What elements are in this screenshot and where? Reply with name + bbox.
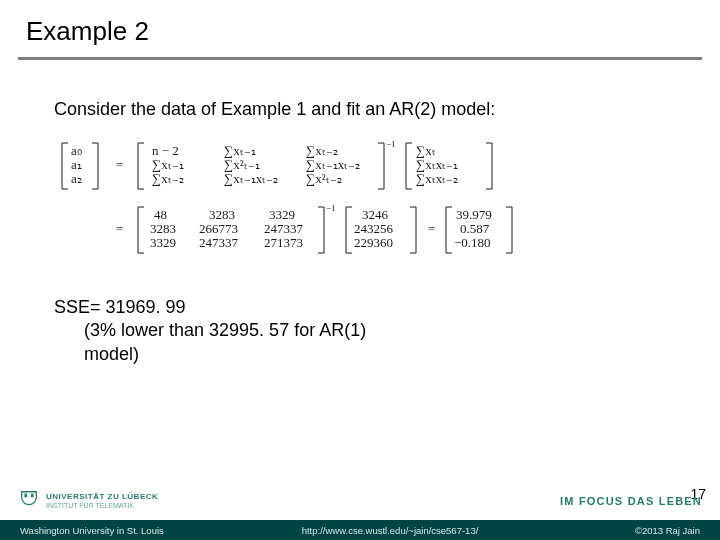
footer-center: http://www.cse.wustl.edu/~jain/cse567-13… xyxy=(200,525,580,536)
svg-text:3283: 3283 xyxy=(209,207,235,222)
title-area: Example 2 xyxy=(0,0,720,51)
footer-link[interactable]: http://www.cse.wustl.edu/~jain/cse567-13… xyxy=(302,525,479,536)
slide: Example 2 Consider the data of Example 1… xyxy=(0,0,720,540)
logo-row: UNIVERSITÄT ZU LÜBECK INSTITUT FÜR TELEM… xyxy=(0,486,720,516)
svg-text:−1: −1 xyxy=(386,139,396,149)
slide-body: Consider the data of Example 1 and fit a… xyxy=(0,60,720,540)
sse-sub-line1: (3% lower than 32995. 57 for AR(1) xyxy=(54,319,666,342)
svg-text:−1: −1 xyxy=(326,203,336,213)
eq-a0: a₀ xyxy=(71,143,82,158)
svg-text:∑xₜ₋₂: ∑xₜ₋₂ xyxy=(306,143,338,158)
svg-text:0.587: 0.587 xyxy=(460,221,490,236)
svg-text:∑xₜxₜ₋₂: ∑xₜxₜ₋₂ xyxy=(416,171,458,186)
svg-text:266773: 266773 xyxy=(199,221,238,236)
footer-bar: Washington University in St. Louis http:… xyxy=(0,520,720,540)
eq-a2: a₂ xyxy=(71,171,82,186)
svg-text:39.979: 39.979 xyxy=(456,207,492,222)
equation-svg: a₀ a₁ a₂ = n − 2 ∑xₜ₋₁ ∑xₜ₋₂ ∑xₜ₋₁ ∑x²ₜ₋… xyxy=(54,139,614,269)
slide-title: Example 2 xyxy=(26,16,694,47)
svg-rect-29 xyxy=(24,493,27,497)
sse-sub-line2: model) xyxy=(54,343,666,366)
svg-rect-30 xyxy=(31,493,34,497)
focus-tagline: IM FOCUS DAS LEBEN xyxy=(560,495,702,507)
intro-text: Consider the data of Example 1 and fit a… xyxy=(54,98,666,121)
svg-text:∑xₜ₋₁: ∑xₜ₋₁ xyxy=(152,157,184,172)
svg-text:243256: 243256 xyxy=(354,221,394,236)
eq-equals1: = xyxy=(116,157,123,172)
lubeck-logo: UNIVERSITÄT ZU LÜBECK INSTITUT FÜR TELEM… xyxy=(18,489,158,513)
svg-text:∑xₜ₋₁xₜ₋₂: ∑xₜ₋₁xₜ₋₂ xyxy=(306,157,360,172)
svg-text:∑x²ₜ₋₁: ∑x²ₜ₋₁ xyxy=(224,157,260,172)
svg-text:3246: 3246 xyxy=(362,207,389,222)
svg-text:3329: 3329 xyxy=(269,207,295,222)
svg-text:247337: 247337 xyxy=(264,221,304,236)
svg-text:229360: 229360 xyxy=(354,235,393,250)
equation-block: a₀ a₁ a₂ = n − 2 ∑xₜ₋₁ ∑xₜ₋₂ ∑xₜ₋₁ ∑x²ₜ₋… xyxy=(54,139,666,275)
footer-right: ©2013 Raj Jain xyxy=(580,525,720,536)
svg-text:−0.180: −0.180 xyxy=(454,235,491,250)
svg-text:∑xₜ: ∑xₜ xyxy=(416,143,436,158)
eq-equals3: = xyxy=(428,221,435,236)
lubeck-crest-icon xyxy=(18,489,40,513)
svg-text:n − 2: n − 2 xyxy=(152,143,179,158)
svg-text:247337: 247337 xyxy=(199,235,239,250)
svg-text:∑x²ₜ₋₂: ∑x²ₜ₋₂ xyxy=(306,171,342,186)
sse-line: SSE= 31969. 99 xyxy=(54,296,666,319)
svg-text:∑xₜ₋₁: ∑xₜ₋₁ xyxy=(224,143,256,158)
svg-text:271373: 271373 xyxy=(264,235,303,250)
sse-block: SSE= 31969. 99 (3% lower than 32995. 57 … xyxy=(54,296,666,366)
svg-text:48: 48 xyxy=(154,207,167,222)
footer-left: Washington University in St. Louis xyxy=(0,525,200,536)
svg-text:∑xₜ₋₁xₜ₋₂: ∑xₜ₋₁xₜ₋₂ xyxy=(224,171,278,186)
svg-text:3329: 3329 xyxy=(150,235,176,250)
eq-a1: a₁ xyxy=(71,157,82,172)
eq-equals2: = xyxy=(116,221,123,236)
svg-text:∑xₜxₜ₋₁: ∑xₜxₜ₋₁ xyxy=(416,157,458,172)
lubeck-text: UNIVERSITÄT ZU LÜBECK INSTITUT FÜR TELEM… xyxy=(46,493,158,509)
svg-text:∑xₜ₋₂: ∑xₜ₋₂ xyxy=(152,171,184,186)
svg-text:3283: 3283 xyxy=(150,221,176,236)
